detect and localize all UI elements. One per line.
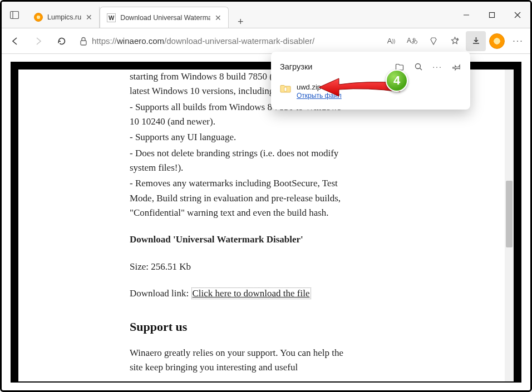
svg-line-10 xyxy=(420,68,422,71)
favicon-orange-icon xyxy=(34,13,43,22)
page-content: starting from Windows 8 build 7850 (earl… xyxy=(18,70,514,381)
svg-rect-11 xyxy=(284,87,287,91)
body-text: - Supports any UI language. xyxy=(130,130,352,145)
read-aloud-button[interactable]: A)) xyxy=(381,31,401,51)
new-tab-button[interactable]: + xyxy=(231,16,250,28)
tab-title: Lumpics.ru xyxy=(47,13,81,21)
favicon-w-icon: W xyxy=(107,13,116,22)
scrollbar-thumb[interactable] xyxy=(506,181,513,247)
maximize-button[interactable] xyxy=(479,2,505,28)
lock-icon xyxy=(80,37,87,46)
body-text: - Does not delete branding strings (i.e.… xyxy=(130,146,352,176)
back-button[interactable] xyxy=(4,30,26,52)
open-file-link[interactable]: Открыть файл xyxy=(297,92,342,100)
svg-rect-0 xyxy=(11,11,19,18)
refresh-button[interactable] xyxy=(51,30,73,52)
more-downloads-button[interactable]: ··· xyxy=(429,58,446,75)
svg-rect-6 xyxy=(81,41,86,45)
download-link[interactable]: Click here to download the file xyxy=(191,287,311,299)
body-text: Winaero greatly relies on your support. … xyxy=(130,346,352,375)
favorites-button[interactable] xyxy=(445,31,465,51)
svg-point-9 xyxy=(416,64,421,69)
window-controls xyxy=(454,2,530,28)
popover-title: Загрузки xyxy=(280,62,389,71)
url-text: https://winaero.com/download-universal-w… xyxy=(92,36,373,46)
downloads-popover: Загрузки ··· uwd.zip Открыть файл xyxy=(271,52,470,110)
search-downloads-button[interactable] xyxy=(410,58,427,75)
close-tab-icon[interactable]: ✕ xyxy=(86,13,92,21)
downloads-button[interactable] xyxy=(466,31,486,51)
translate-button[interactable]: Aあ xyxy=(402,31,422,51)
body-text: - Removes any watermarks including BootS… xyxy=(130,176,352,220)
svg-rect-3 xyxy=(490,13,495,18)
content-frame: starting from Windows 8 build 7850 (earl… xyxy=(11,62,521,383)
minimize-button[interactable] xyxy=(454,2,479,28)
support-heading: Support us xyxy=(130,317,352,336)
download-link-line: Download link: Click here to download th… xyxy=(130,286,352,301)
forward-button[interactable] xyxy=(27,30,50,52)
address-bar[interactable]: https://winaero.com/download-universal-w… xyxy=(74,32,377,50)
profile-button[interactable] xyxy=(487,31,507,51)
pin-popover-button[interactable] xyxy=(448,58,465,75)
close-window-button[interactable] xyxy=(505,2,530,28)
open-folder-button[interactable] xyxy=(391,58,408,75)
close-tab-icon[interactable]: ✕ xyxy=(215,14,221,22)
tab-title: Download Universal Watermark D xyxy=(120,14,210,22)
tabs-container: Lumpics.ru ✕ W Download Universal Waterm… xyxy=(27,2,454,28)
download-filename: uwd.zip xyxy=(297,83,342,91)
menu-button[interactable]: ··· xyxy=(508,31,528,51)
tab-lumpics[interactable]: Lumpics.ru ✕ xyxy=(27,7,100,28)
enter-immersive-button[interactable] xyxy=(423,31,444,51)
avatar-icon xyxy=(489,33,505,49)
size-text: Size: 256.51 Kb xyxy=(130,260,352,274)
toolbar: https://winaero.com/download-universal-w… xyxy=(2,28,530,54)
tab-actions-button[interactable] xyxy=(2,2,27,28)
tab-winaero[interactable]: W Download Universal Watermark D ✕ xyxy=(100,7,229,28)
page-scrollbar[interactable] xyxy=(505,70,514,381)
zip-file-icon xyxy=(280,84,291,93)
download-heading: Download 'Universal Watermark Disabler' xyxy=(130,232,352,247)
download-item[interactable]: uwd.zip Открыть файл xyxy=(271,81,470,106)
